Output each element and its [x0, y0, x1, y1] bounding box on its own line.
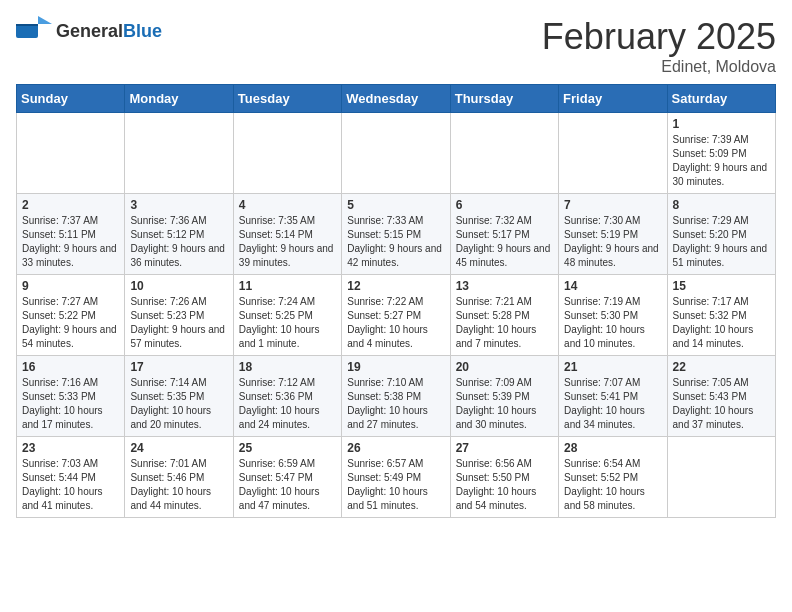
logo-icon	[16, 16, 52, 46]
calendar-day-cell: 2Sunrise: 7:37 AM Sunset: 5:11 PM Daylig…	[17, 194, 125, 275]
day-info: Sunrise: 7:36 AM Sunset: 5:12 PM Dayligh…	[130, 214, 227, 270]
calendar-day-cell: 3Sunrise: 7:36 AM Sunset: 5:12 PM Daylig…	[125, 194, 233, 275]
day-info: Sunrise: 6:59 AM Sunset: 5:47 PM Dayligh…	[239, 457, 336, 513]
calendar-day-cell: 11Sunrise: 7:24 AM Sunset: 5:25 PM Dayli…	[233, 275, 341, 356]
day-info: Sunrise: 7:05 AM Sunset: 5:43 PM Dayligh…	[673, 376, 770, 432]
calendar-day-cell: 21Sunrise: 7:07 AM Sunset: 5:41 PM Dayli…	[559, 356, 667, 437]
day-number: 2	[22, 198, 119, 212]
calendar-day-cell	[342, 113, 450, 194]
day-number: 13	[456, 279, 553, 293]
calendar-day-cell: 13Sunrise: 7:21 AM Sunset: 5:28 PM Dayli…	[450, 275, 558, 356]
calendar-day-cell: 25Sunrise: 6:59 AM Sunset: 5:47 PM Dayli…	[233, 437, 341, 518]
day-number: 5	[347, 198, 444, 212]
calendar-day-cell	[125, 113, 233, 194]
day-number: 22	[673, 360, 770, 374]
day-info: Sunrise: 7:22 AM Sunset: 5:27 PM Dayligh…	[347, 295, 444, 351]
title-area: February 2025 Edinet, Moldova	[542, 16, 776, 76]
page-header: GeneralBlue February 2025 Edinet, Moldov…	[16, 16, 776, 76]
calendar-day-cell: 20Sunrise: 7:09 AM Sunset: 5:39 PM Dayli…	[450, 356, 558, 437]
day-info: Sunrise: 7:12 AM Sunset: 5:36 PM Dayligh…	[239, 376, 336, 432]
calendar-day-cell: 5Sunrise: 7:33 AM Sunset: 5:15 PM Daylig…	[342, 194, 450, 275]
weekday-header-row: SundayMondayTuesdayWednesdayThursdayFrid…	[17, 85, 776, 113]
day-number: 9	[22, 279, 119, 293]
day-info: Sunrise: 7:33 AM Sunset: 5:15 PM Dayligh…	[347, 214, 444, 270]
day-number: 19	[347, 360, 444, 374]
calendar-week-row: 23Sunrise: 7:03 AM Sunset: 5:44 PM Dayli…	[17, 437, 776, 518]
day-info: Sunrise: 7:29 AM Sunset: 5:20 PM Dayligh…	[673, 214, 770, 270]
day-info: Sunrise: 7:07 AM Sunset: 5:41 PM Dayligh…	[564, 376, 661, 432]
day-info: Sunrise: 7:24 AM Sunset: 5:25 PM Dayligh…	[239, 295, 336, 351]
day-number: 10	[130, 279, 227, 293]
day-number: 11	[239, 279, 336, 293]
calendar-day-cell: 28Sunrise: 6:54 AM Sunset: 5:52 PM Dayli…	[559, 437, 667, 518]
day-info: Sunrise: 7:21 AM Sunset: 5:28 PM Dayligh…	[456, 295, 553, 351]
weekday-header-cell: Friday	[559, 85, 667, 113]
calendar-day-cell: 18Sunrise: 7:12 AM Sunset: 5:36 PM Dayli…	[233, 356, 341, 437]
day-number: 1	[673, 117, 770, 131]
day-number: 27	[456, 441, 553, 455]
weekday-header-cell: Monday	[125, 85, 233, 113]
logo: GeneralBlue	[16, 16, 162, 46]
calendar-day-cell: 7Sunrise: 7:30 AM Sunset: 5:19 PM Daylig…	[559, 194, 667, 275]
day-number: 20	[456, 360, 553, 374]
day-info: Sunrise: 7:09 AM Sunset: 5:39 PM Dayligh…	[456, 376, 553, 432]
day-info: Sunrise: 7:35 AM Sunset: 5:14 PM Dayligh…	[239, 214, 336, 270]
day-info: Sunrise: 7:39 AM Sunset: 5:09 PM Dayligh…	[673, 133, 770, 189]
weekday-header-cell: Wednesday	[342, 85, 450, 113]
day-number: 24	[130, 441, 227, 455]
day-number: 6	[456, 198, 553, 212]
calendar-day-cell: 16Sunrise: 7:16 AM Sunset: 5:33 PM Dayli…	[17, 356, 125, 437]
calendar-day-cell: 24Sunrise: 7:01 AM Sunset: 5:46 PM Dayli…	[125, 437, 233, 518]
day-number: 25	[239, 441, 336, 455]
day-info: Sunrise: 7:37 AM Sunset: 5:11 PM Dayligh…	[22, 214, 119, 270]
day-info: Sunrise: 6:56 AM Sunset: 5:50 PM Dayligh…	[456, 457, 553, 513]
calendar-body: 1Sunrise: 7:39 AM Sunset: 5:09 PM Daylig…	[17, 113, 776, 518]
calendar-day-cell	[667, 437, 775, 518]
calendar-day-cell: 19Sunrise: 7:10 AM Sunset: 5:38 PM Dayli…	[342, 356, 450, 437]
calendar-day-cell: 6Sunrise: 7:32 AM Sunset: 5:17 PM Daylig…	[450, 194, 558, 275]
calendar-day-cell: 27Sunrise: 6:56 AM Sunset: 5:50 PM Dayli…	[450, 437, 558, 518]
calendar-day-cell: 23Sunrise: 7:03 AM Sunset: 5:44 PM Dayli…	[17, 437, 125, 518]
calendar-day-cell: 12Sunrise: 7:22 AM Sunset: 5:27 PM Dayli…	[342, 275, 450, 356]
day-info: Sunrise: 6:57 AM Sunset: 5:49 PM Dayligh…	[347, 457, 444, 513]
calendar-day-cell	[233, 113, 341, 194]
day-info: Sunrise: 7:26 AM Sunset: 5:23 PM Dayligh…	[130, 295, 227, 351]
calendar-day-cell	[17, 113, 125, 194]
day-number: 21	[564, 360, 661, 374]
calendar-day-cell: 26Sunrise: 6:57 AM Sunset: 5:49 PM Dayli…	[342, 437, 450, 518]
day-number: 17	[130, 360, 227, 374]
calendar-table: SundayMondayTuesdayWednesdayThursdayFrid…	[16, 84, 776, 518]
day-number: 15	[673, 279, 770, 293]
calendar-day-cell: 14Sunrise: 7:19 AM Sunset: 5:30 PM Dayli…	[559, 275, 667, 356]
weekday-header-cell: Saturday	[667, 85, 775, 113]
day-number: 16	[22, 360, 119, 374]
day-number: 4	[239, 198, 336, 212]
day-info: Sunrise: 7:03 AM Sunset: 5:44 PM Dayligh…	[22, 457, 119, 513]
calendar-week-row: 9Sunrise: 7:27 AM Sunset: 5:22 PM Daylig…	[17, 275, 776, 356]
svg-marker-1	[38, 16, 52, 24]
day-number: 18	[239, 360, 336, 374]
weekday-header-cell: Tuesday	[233, 85, 341, 113]
day-number: 26	[347, 441, 444, 455]
logo-text: GeneralBlue	[56, 21, 162, 42]
calendar-day-cell	[559, 113, 667, 194]
day-number: 14	[564, 279, 661, 293]
calendar-title: February 2025	[542, 16, 776, 58]
day-number: 28	[564, 441, 661, 455]
calendar-day-cell: 1Sunrise: 7:39 AM Sunset: 5:09 PM Daylig…	[667, 113, 775, 194]
calendar-day-cell: 10Sunrise: 7:26 AM Sunset: 5:23 PM Dayli…	[125, 275, 233, 356]
weekday-header-cell: Sunday	[17, 85, 125, 113]
calendar-day-cell: 17Sunrise: 7:14 AM Sunset: 5:35 PM Dayli…	[125, 356, 233, 437]
calendar-day-cell: 22Sunrise: 7:05 AM Sunset: 5:43 PM Dayli…	[667, 356, 775, 437]
day-number: 12	[347, 279, 444, 293]
day-info: Sunrise: 7:32 AM Sunset: 5:17 PM Dayligh…	[456, 214, 553, 270]
day-info: Sunrise: 7:10 AM Sunset: 5:38 PM Dayligh…	[347, 376, 444, 432]
day-info: Sunrise: 7:27 AM Sunset: 5:22 PM Dayligh…	[22, 295, 119, 351]
calendar-day-cell	[450, 113, 558, 194]
day-info: Sunrise: 6:54 AM Sunset: 5:52 PM Dayligh…	[564, 457, 661, 513]
calendar-day-cell: 4Sunrise: 7:35 AM Sunset: 5:14 PM Daylig…	[233, 194, 341, 275]
svg-rect-0	[16, 24, 38, 38]
calendar-day-cell: 8Sunrise: 7:29 AM Sunset: 5:20 PM Daylig…	[667, 194, 775, 275]
calendar-day-cell: 9Sunrise: 7:27 AM Sunset: 5:22 PM Daylig…	[17, 275, 125, 356]
calendar-week-row: 1Sunrise: 7:39 AM Sunset: 5:09 PM Daylig…	[17, 113, 776, 194]
